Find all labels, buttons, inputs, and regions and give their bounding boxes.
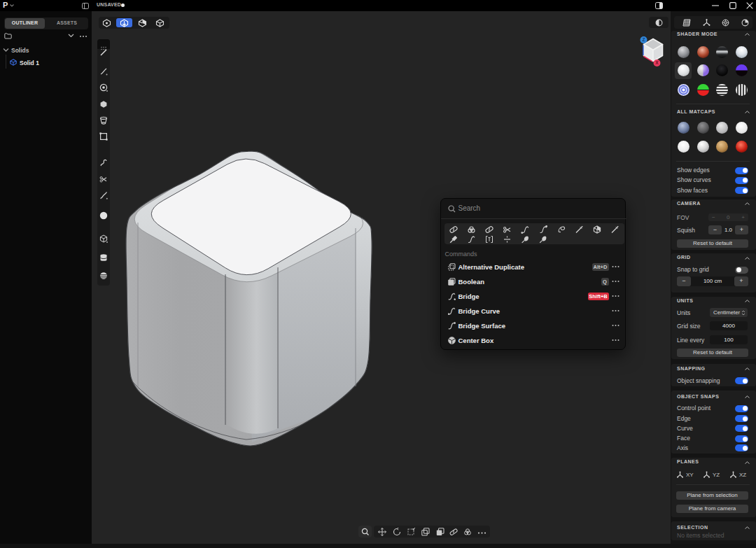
svg-text:Z: Z — [643, 37, 645, 42]
svg-text:X: X — [655, 60, 659, 65]
